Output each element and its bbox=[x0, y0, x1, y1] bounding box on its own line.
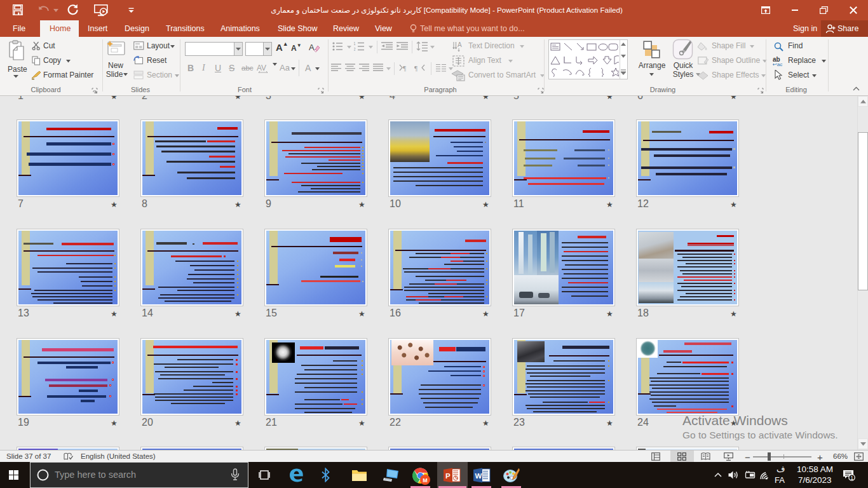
svg-text:W: W bbox=[475, 472, 482, 480]
svg-text:A: A bbox=[309, 43, 315, 52]
svg-text:1: 1 bbox=[354, 41, 356, 46]
svg-text:↩ac: ↩ac bbox=[773, 62, 782, 66]
svg-text:¶: ¶ bbox=[403, 64, 406, 72]
svg-text:A: A bbox=[458, 41, 462, 48]
svg-text:2: 2 bbox=[354, 47, 356, 51]
svg-text:M: M bbox=[423, 477, 428, 484]
svg-text:P: P bbox=[445, 472, 451, 480]
svg-text:AV: AV bbox=[257, 64, 266, 72]
svg-text:1: 1 bbox=[850, 475, 853, 481]
svg-text:¶: ¶ bbox=[414, 64, 417, 72]
